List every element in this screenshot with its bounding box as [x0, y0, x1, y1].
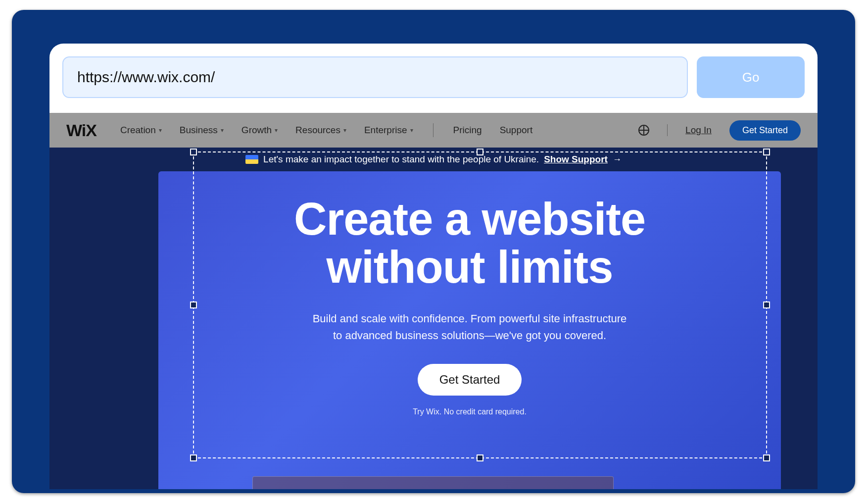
url-input[interactable] — [62, 56, 688, 98]
hero-title-line2: without limits — [327, 242, 613, 292]
hero-get-started-button[interactable]: Get Started — [418, 364, 522, 396]
url-bar-row: Go — [49, 44, 818, 98]
hero-title: Create a website without limits — [158, 195, 781, 291]
tool-frame: Go WiX Creation ▾ Business ▾ Growth ▾ — [12, 10, 855, 493]
hero-fineprint: Try Wix. No credit card required. — [158, 407, 781, 416]
announcement-banner: Let's make an impact together to stand w… — [49, 148, 818, 171]
browser-panel: Go WiX Creation ▾ Business ▾ Growth ▾ — [49, 44, 818, 489]
banner-link[interactable]: Show Support — [544, 154, 608, 165]
site-viewport: WiX Creation ▾ Business ▾ Growth ▾ Resou… — [49, 113, 818, 489]
nav-label: Business — [180, 125, 218, 136]
ukraine-flag-icon — [245, 155, 258, 164]
chevron-down-icon: ▾ — [410, 127, 413, 134]
nav-label: Enterprise — [364, 125, 407, 136]
nav-item-resources[interactable]: Resources ▾ — [295, 125, 346, 136]
login-link[interactable]: Log In — [685, 125, 712, 136]
banner-text: Let's make an impact together to stand w… — [263, 154, 539, 165]
globe-icon[interactable] — [638, 125, 649, 136]
nav-label: Creation — [120, 125, 156, 136]
site-nav: WiX Creation ▾ Business ▾ Growth ▾ Resou… — [49, 113, 818, 148]
arrow-right-icon: → — [613, 154, 622, 165]
nav-item-pricing[interactable]: Pricing — [453, 125, 482, 136]
nav-label: Support — [500, 125, 533, 136]
hero-title-line1: Create a website — [294, 194, 645, 244]
hero-sub-line2: to advanced business solutions—we've got… — [333, 329, 606, 342]
wix-logo[interactable]: WiX — [66, 121, 96, 140]
nav-item-growth[interactable]: Growth ▾ — [241, 125, 278, 136]
nav-divider — [667, 124, 668, 136]
hero-subtitle: Build and scale with confidence. From po… — [158, 310, 781, 344]
partial-panel — [252, 476, 614, 489]
nav-item-business[interactable]: Business ▾ — [180, 125, 224, 136]
nav-divider — [433, 123, 434, 137]
hero-sub-line1: Build and scale with confidence. From po… — [313, 312, 627, 325]
chevron-down-icon: ▾ — [343, 127, 346, 134]
nav-label: Growth — [241, 125, 272, 136]
go-button[interactable]: Go — [697, 56, 805, 98]
nav-item-enterprise[interactable]: Enterprise ▾ — [364, 125, 413, 136]
nav-item-creation[interactable]: Creation ▾ — [120, 125, 162, 136]
chevron-down-icon: ▾ — [221, 127, 224, 134]
nav-label: Pricing — [453, 125, 482, 136]
hero-card: Create a website without limits Build an… — [158, 171, 781, 489]
nav-item-support[interactable]: Support — [500, 125, 533, 136]
chevron-down-icon: ▾ — [159, 127, 162, 134]
nav-label: Resources — [295, 125, 340, 136]
chevron-down-icon: ▾ — [275, 127, 278, 134]
nav-get-started-button[interactable]: Get Started — [729, 120, 801, 141]
hero-section: Create a website without limits Build an… — [49, 171, 818, 489]
